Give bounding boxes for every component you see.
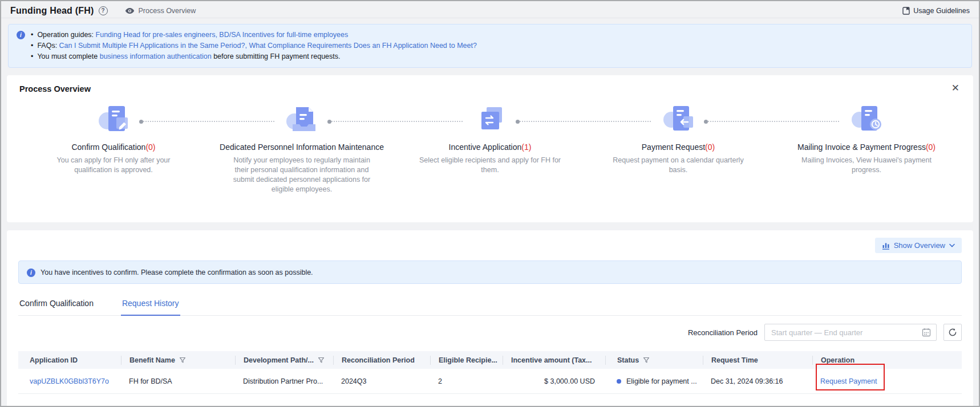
operation-cell: Request Payment xyxy=(812,377,962,385)
step-name: Payment Request(0) xyxy=(584,143,772,152)
filter-row: Reconciliation Period xyxy=(18,324,962,341)
quarter-range-field[interactable] xyxy=(771,328,922,337)
refresh-icon xyxy=(948,328,957,337)
header-request-time: Request Time xyxy=(703,356,812,365)
step-label: Mailing Invoice & Payment Progress xyxy=(797,143,926,152)
info-icon: i xyxy=(27,268,35,277)
step-connector xyxy=(517,121,651,122)
header-operation: Operation xyxy=(812,356,962,365)
link-business-information-authentication[interactable]: business information authentication xyxy=(100,52,212,60)
refresh-button[interactable] xyxy=(943,324,962,341)
development-path-cell: Distribution Partner Pro... xyxy=(235,377,333,385)
guidelines-book-icon xyxy=(902,7,910,15)
process-overview-title: Process Overview xyxy=(19,84,961,93)
header-reconciliation-period: Reconciliation Period xyxy=(333,356,430,365)
step-payment-request: Payment Request(0) Request payment on a … xyxy=(584,101,772,194)
step-connector xyxy=(706,121,839,122)
incentives-notice-banner: i You have incentives to confirm. Please… xyxy=(18,261,962,284)
step-count: (0) xyxy=(926,143,936,152)
step-count: (1) xyxy=(521,143,531,152)
step-name: Mailing Invoice & Payment Progress(0) xyxy=(772,143,961,152)
step-name: Confirm Qualification(0) xyxy=(19,143,208,152)
application-id-link[interactable]: vapUZBLK0GBbl3T6Y7o xyxy=(30,377,109,385)
status-text: Eligible for payment ... xyxy=(626,377,697,385)
header-application-id: Application ID xyxy=(18,356,121,365)
header-status: Status xyxy=(605,356,703,365)
reconciliation-period-cell: 2024Q3 xyxy=(333,377,430,385)
tab-bar: Confirm Qualification Request History xyxy=(18,295,962,316)
step-label: Payment Request xyxy=(642,143,705,152)
request-history-table: Application ID Benefit Name Development … xyxy=(18,351,962,394)
reconciliation-period-input[interactable] xyxy=(764,324,937,341)
link-bdsa-incentives-guide[interactable]: BD/SA Incentives for full-time employees xyxy=(219,31,348,39)
link-funding-head-guide[interactable]: Funding Head for pre-sales engineers xyxy=(96,31,216,39)
incentive-amount-cell: $ 3,000.00 USD xyxy=(503,377,605,385)
info-icon: i xyxy=(17,31,25,39)
guide-line1-label: Operation guides: xyxy=(37,31,95,39)
step-mailing-invoice: Mailing Invoice & Payment Progress(0) Ma… xyxy=(772,101,961,194)
filter-icon[interactable] xyxy=(179,357,186,364)
link-faq-compliance-requirements[interactable]: What Compliance Requirements Does an FH … xyxy=(249,42,477,50)
guide-line3-pre: You must complete xyxy=(37,52,99,60)
step-description: Mailing Invoices, View Huawei's payment … xyxy=(795,156,938,175)
operation-guides-banner: i Operation guides: Funding Head for pre… xyxy=(8,24,972,68)
eye-icon xyxy=(125,7,135,14)
show-overview-button[interactable]: Show Overview xyxy=(875,238,962,253)
reconciliation-period-label: Reconciliation Period xyxy=(688,328,758,337)
header-development-path: Development Path/... xyxy=(235,356,333,365)
incentives-notice-text: You have incentives to confirm. Please c… xyxy=(41,268,313,276)
guide-line-authentication: You must complete business information a… xyxy=(31,51,477,62)
request-panel: Show Overview i You have incentives to c… xyxy=(7,230,973,407)
step-name: Incentive Application(1) xyxy=(396,143,584,152)
step-confirm-qualification: Confirm Qualification(0) You can apply f… xyxy=(19,101,208,194)
step-dedicated-personnel: Dedicated Personnel Information Maintena… xyxy=(208,101,396,194)
filter-icon[interactable] xyxy=(318,357,325,364)
step-incentive-application: Incentive Application(1) Select eligible… xyxy=(396,101,584,194)
guide-line-faqs: FAQs: Can I Submit Multiple FH Applicati… xyxy=(31,40,477,51)
tab-request-history[interactable]: Request History xyxy=(121,295,180,316)
usage-guidelines-button[interactable]: Usage Guidelines xyxy=(902,7,970,15)
incentive-application-icon xyxy=(470,103,510,136)
guide-line-operation-guides: Operation guides: Funding Head for pre-s… xyxy=(31,30,477,40)
tab-confirm-qualification[interactable]: Confirm Qualification xyxy=(18,295,95,315)
header-incentive-amount: Incentive amount (Tax... xyxy=(503,356,605,365)
step-label: Dedicated Personnel Information Maintena… xyxy=(220,143,384,152)
eligible-recipients-cell: 2 xyxy=(430,377,503,385)
table-row: vapUZBLK0GBbl3T6Y7o FH for BD/SA Distrib… xyxy=(18,369,962,394)
process-overview-toggle[interactable]: Process Overview xyxy=(125,7,196,15)
step-count: (0) xyxy=(705,143,715,152)
link-faq-multiple-applications[interactable]: Can I Submit Multiple FH Applications in… xyxy=(59,42,245,50)
header-benefit-name: Benefit Name xyxy=(121,356,235,365)
topbar: Funding Head (FH) ? Process Overview Usa… xyxy=(1,1,979,18)
status-cell: Eligible for payment ... xyxy=(605,377,703,385)
step-description: You can apply for FH only after your qua… xyxy=(42,156,185,175)
guide-line3-post: before submitting FH payment requests. xyxy=(212,52,341,60)
close-icon[interactable]: ✕ xyxy=(951,83,959,93)
chevron-down-icon xyxy=(949,243,955,247)
confirm-qualification-icon xyxy=(94,103,133,136)
benefit-name-cell: FH for BD/SA xyxy=(121,377,235,385)
step-description: Notify your employees to regularly maint… xyxy=(230,156,374,194)
payment-request-icon xyxy=(658,103,698,136)
header-eligible-recipients: Eligible Recipie... xyxy=(430,356,503,365)
filter-icon[interactable] xyxy=(643,357,650,364)
calendar-icon[interactable] xyxy=(922,328,931,337)
request-payment-link[interactable]: Request Payment xyxy=(820,377,877,385)
dedicated-personnel-icon xyxy=(282,103,322,136)
step-connector xyxy=(141,121,274,122)
status-dot xyxy=(617,379,621,384)
guide-line2-label: FAQs: xyxy=(37,42,59,50)
help-question-icon[interactable]: ? xyxy=(99,6,108,15)
step-description: Select eligible recipients and apply for… xyxy=(418,156,562,175)
mailing-invoice-icon xyxy=(847,103,886,136)
table-header-row: Application ID Benefit Name Development … xyxy=(18,351,962,369)
step-count: (0) xyxy=(145,143,155,152)
process-overview-label: Process Overview xyxy=(139,7,196,15)
process-steps: Confirm Qualification(0) You can apply f… xyxy=(19,101,961,194)
show-overview-label: Show Overview xyxy=(894,241,945,250)
step-label: Confirm Qualification xyxy=(71,143,145,152)
process-overview-panel: Process Overview ✕ Confirm Qualification… xyxy=(7,75,973,222)
step-description: Request payment on a calendar quarterly … xyxy=(606,156,750,175)
bar-chart-icon xyxy=(882,242,890,250)
step-name: Dedicated Personnel Information Maintena… xyxy=(208,143,396,152)
